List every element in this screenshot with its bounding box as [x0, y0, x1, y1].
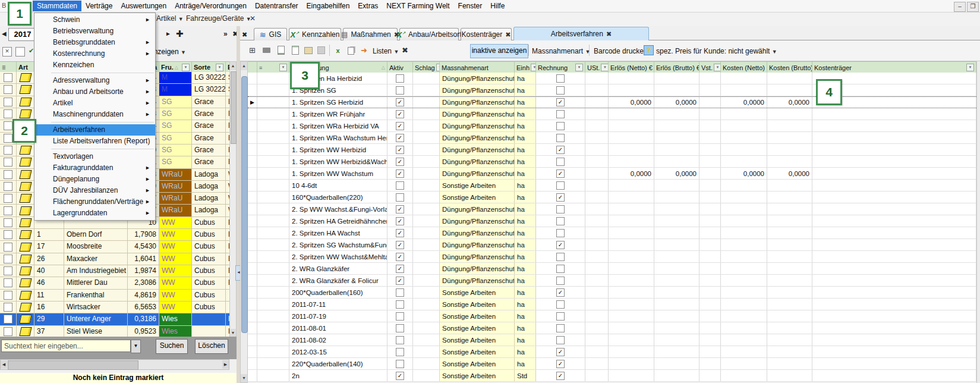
- search-input[interactable]: [1, 340, 131, 352]
- arbeitsverfahren-row-2-sp-ww-wachst-fungi-vorlage[interactable]: 2. Sp WW Wachst.&Fungi-Vorlage✓Düngung/P…: [248, 203, 976, 215]
- add-icon[interactable]: ✚: [176, 29, 184, 39]
- checkbox-icon[interactable]: [4, 291, 12, 300]
- arbeitsverfahren-row-2-spritzen-ww-wachst-mehltau[interactable]: 2. Spritzen WW Wachst&Mehltau✓Düngung/Pf…: [248, 251, 976, 263]
- copy-icon[interactable]: [346, 45, 356, 55]
- row-checkbox[interactable]: [0, 277, 17, 288]
- checkbox-icon[interactable]: [4, 243, 12, 252]
- checkbox-icon[interactable]: [4, 266, 12, 275]
- new-document-icon[interactable]: [290, 45, 300, 55]
- row-checkbox[interactable]: [0, 169, 17, 180]
- arbeitsverfahren-row-1-spritzen-sg[interactable]: 1. Spritzen SGDüngung/Pflanzenschutzha: [248, 84, 976, 96]
- menu-item-d-ngeplanung[interactable]: Düngeplanung►: [34, 174, 155, 185]
- checkbox-icon[interactable]: [4, 182, 12, 191]
- menu-item-kennzeichen[interactable]: Kennzeichen: [34, 59, 155, 71]
- grid-header-rech[interactable]: Rechnung▼: [536, 62, 585, 73]
- arbeitsverfahren-row-2-spritzen-ha-getreidh-hnchen[interactable]: 2. Spritzen HA Getreidhähnchen✓Düngung/P…: [248, 215, 976, 227]
- checkbox-icon[interactable]: [4, 146, 12, 155]
- arbeitsverfahren-row-2011-07-11[interactable]: 2011-07-11Sonstige Arbeitenha: [248, 299, 976, 310]
- aktiv-checkbox[interactable]: ✓: [396, 253, 404, 261]
- prev-year-icon[interactable]: ◀: [2, 30, 7, 37]
- left-header-fru[interactable]: Fru.△▼: [159, 62, 192, 73]
- left-header-cb[interactable]: ≣: [0, 62, 17, 73]
- checkbox-icon[interactable]: [4, 303, 12, 312]
- rech-checkbox[interactable]: [556, 158, 565, 166]
- menubar-item-antr-ge-verordnungen[interactable]: Anträge/Verordnungen: [171, 1, 251, 11]
- arbeitsverfahren-row-1-spritzen-ww-herbizid-wachst[interactable]: 1. Spritzen WW Herbizid&Wachst✓Düngung/P…: [248, 156, 976, 168]
- aktiv-checkbox[interactable]: ✓: [396, 169, 404, 178]
- field-row-am-industriegebiet[interactable]: 40Am Industriegebiet1,9874WWCubusBa: [0, 265, 229, 277]
- menu-item-lagergrunddaten[interactable]: Lagergrunddaten►: [34, 208, 155, 219]
- delete-icon[interactable]: ✖: [402, 46, 408, 55]
- close-icon[interactable]: ✕: [250, 14, 256, 23]
- tab-close-icon[interactable]: ✖: [505, 31, 511, 39]
- checkbox-icon[interactable]: [4, 194, 12, 203]
- rech-checkbox[interactable]: [556, 312, 565, 321]
- arbeitsverfahren-row-2-wra-glanzk-fer-folicur[interactable]: 2. WRa Glanzkäfer & Folicur✓Düngung/Pfla…: [248, 275, 976, 287]
- loeschen-button[interactable]: Löschen: [195, 339, 228, 354]
- checkbox-icon[interactable]: [4, 230, 12, 239]
- menu-item-adressverwaltung[interactable]: Adressverwaltung►: [34, 75, 155, 86]
- checkbox-icon[interactable]: [4, 278, 12, 287]
- field-row-mittlerer-dau[interactable]: 46Mittlerer Dau2,3086WWCubusBa: [0, 277, 229, 289]
- arbeitsverfahren-row-10-4-6dt[interactable]: 10 4-6dtSonstige Arbeitenha: [248, 180, 976, 192]
- left-header-sorte[interactable]: Sorte▼: [192, 62, 226, 73]
- rech-checkbox[interactable]: [556, 324, 565, 332]
- checkbox-icon[interactable]: [4, 218, 12, 227]
- row-checkbox[interactable]: [0, 205, 17, 216]
- rech-checkbox[interactable]: [556, 229, 565, 237]
- scroll-up-icon[interactable]: ▲: [230, 62, 236, 70]
- inaktive-anzeigen-button[interactable]: inaktive anzeigen: [470, 44, 528, 58]
- arbeitsverfahren-row-200-quaderballen-160-[interactable]: 200*Quaderballen(160)Sonstige Arbeitenha…: [248, 287, 976, 299]
- rech-checkbox[interactable]: [556, 265, 565, 273]
- rech-checkbox[interactable]: ✓: [556, 169, 565, 178]
- arbeitsverfahren-row-2-spritzen-sg-wachstum-fungi[interactable]: 2. Spritzen SG Wachstum&Fungi✓Düngung/Pf…: [248, 239, 976, 251]
- rech-checkbox[interactable]: [556, 217, 565, 225]
- filter-icon[interactable]: ▼: [531, 64, 536, 71]
- scroll-up-icon[interactable]: ▲: [241, 62, 247, 70]
- row-checkbox[interactable]: [0, 156, 17, 168]
- filter-icon[interactable]: ▼: [279, 64, 287, 71]
- row-checkbox[interactable]: [0, 241, 17, 252]
- menu-item-schwein[interactable]: Schwein►: [34, 14, 155, 26]
- arbeitsverfahren-row-1-spritzen-ha-herbizid[interactable]: 1. Spritzen Ha HerbizidDüngung/Pflanzens…: [248, 73, 976, 84]
- row-checkbox[interactable]: [0, 96, 17, 108]
- menu-item-textvorlagen[interactable]: Textvorlagen: [34, 151, 155, 162]
- menubar-item-fenster[interactable]: Fenster: [454, 1, 487, 11]
- filter-icon[interactable]: ▼: [216, 64, 223, 71]
- menu-item-artikel[interactable]: Artikel►: [34, 98, 155, 109]
- rech-checkbox[interactable]: [556, 336, 565, 344]
- overflow-chevron-icon[interactable]: »: [223, 30, 228, 38]
- row-checkbox[interactable]: [0, 302, 17, 313]
- rech-checkbox[interactable]: ✓: [556, 372, 565, 380]
- scroll-thumb[interactable]: [8, 360, 138, 370]
- aktiv-checkbox[interactable]: ✓: [396, 277, 404, 285]
- aktiv-checkbox[interactable]: [396, 360, 404, 368]
- field-row-stiel-wiese[interactable]: 37Stiel Wiese0,9523WiesHe: [0, 326, 229, 338]
- field-row-unterer-anger[interactable]: 29Unterer Anger0,3186WiesHe: [0, 313, 229, 325]
- checkbox-icon[interactable]: [4, 98, 12, 106]
- aktiv-checkbox[interactable]: [396, 336, 404, 344]
- tab-arbeitsverfahren[interactable]: Arbeitsverfahren✖: [513, 27, 649, 40]
- scroll-thumb[interactable]: [241, 76, 248, 333]
- grid-header-ust[interactable]: USt.▼: [585, 62, 609, 73]
- barcode-drucken-button[interactable]: Barcode drucken: [594, 47, 648, 55]
- spez-preis-dropdown[interactable]: spez. Preis für Kunde: nicht gewählt ▼: [656, 47, 777, 55]
- menu-item-liste-arbeitsverfahren-report-[interactable]: Liste Arbeitsverfahren (Report): [34, 136, 155, 147]
- arbeitsverfahren-row-2-spritzen-ha-wachst[interactable]: 2. Spritzen HA Wachst✓Düngung/Pflanzensc…: [248, 227, 976, 239]
- checkbox-icon[interactable]: [4, 255, 12, 263]
- grid-header-ind[interactable]: [248, 62, 257, 73]
- aktiv-checkbox[interactable]: ✓: [396, 372, 404, 380]
- scroll-down-icon[interactable]: ▼: [241, 374, 247, 382]
- field-row-maxacker[interactable]: 26Maxacker1,6041WWCubusBa: [0, 253, 229, 265]
- minimize-button[interactable]: –: [954, 2, 966, 12]
- export-icon[interactable]: ➜: [359, 45, 369, 55]
- scroll-thumb[interactable]: [231, 71, 237, 144]
- arbeitsverfahren-row-2011-08-01[interactable]: 2011-08-01Sonstige Arbeitenha: [248, 322, 976, 334]
- arbeitsverfahren-row-2n[interactable]: 2n✓Sonstige ArbeitenStd✓: [248, 370, 976, 382]
- checkbox-icon[interactable]: [4, 134, 12, 143]
- fit-columns-icon[interactable]: ⊞: [247, 45, 257, 55]
- aktiv-checkbox[interactable]: ✓: [396, 265, 404, 273]
- arbeitsverfahren-row-1-spritzen-wra-wachstum-herbs[interactable]: 1. Spritzen WRa Wachstum Herbs✓Düngung/P…: [248, 132, 976, 144]
- grid-header-massn[interactable]: Massnahmenart: [440, 62, 515, 73]
- aktiv-checkbox[interactable]: ✓: [396, 229, 404, 237]
